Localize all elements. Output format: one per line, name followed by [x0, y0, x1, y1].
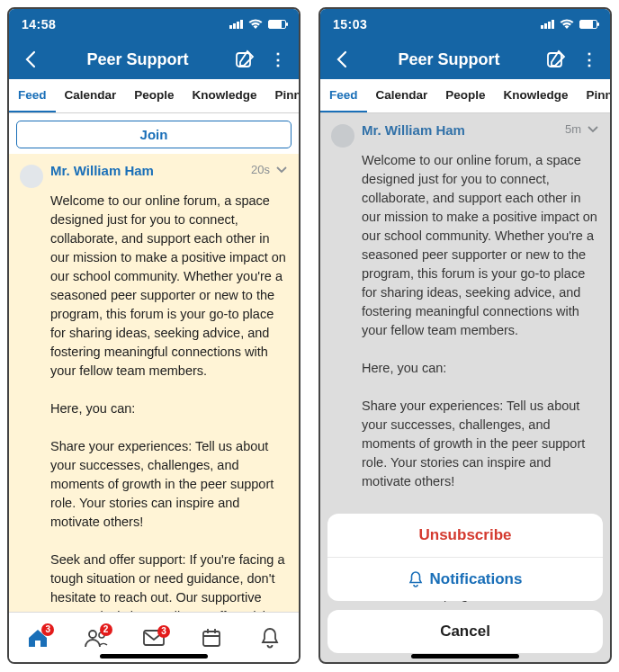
badge-mail: 3: [157, 625, 170, 638]
overflow-menu-button[interactable]: ⋮: [576, 49, 601, 69]
battery-icon: [579, 20, 597, 29]
battery-icon: [268, 20, 286, 29]
avatar[interactable]: [20, 165, 43, 188]
status-bar: 14:58: [9, 9, 299, 40]
svg-point-1: [89, 631, 96, 638]
post-body: Welcome to our online forum, a space des…: [50, 192, 288, 612]
tab-strip: Feed Calendar People Knowledge Pinned Li: [9, 79, 299, 113]
screenshot-right: 15:03 Peer Support ⋮ Feed Calendar Peopl…: [318, 7, 612, 664]
status-indicators: [541, 19, 597, 30]
nav-header: Peer Support ⋮: [9, 40, 299, 79]
post-card[interactable]: Mr. William Ham 20s Welcome to our onlin…: [9, 154, 299, 612]
tab-calendar[interactable]: Calendar: [56, 79, 126, 112]
back-button[interactable]: [18, 50, 43, 68]
badge-people: 2: [100, 623, 112, 636]
feed-content[interactable]: Mr. William Ham 20s Welcome to our onlin…: [9, 154, 299, 612]
post-age: 20s: [251, 163, 270, 176]
overflow-menu-button[interactable]: ⋮: [265, 49, 290, 69]
tab-calendar[interactable]: Calendar: [367, 79, 437, 112]
sheet-notifications-label: Notifications: [430, 570, 523, 588]
svg-rect-0: [237, 53, 250, 67]
feed-content[interactable]: Mr. William Ham 5m Welcome to our online…: [320, 113, 610, 662]
signal-icon: [541, 20, 554, 29]
wifi-icon: [560, 19, 574, 30]
compose-button[interactable]: [232, 49, 257, 69]
post-author[interactable]: Mr. William Ham: [50, 163, 154, 178]
home-indicator[interactable]: [411, 654, 519, 659]
join-button[interactable]: Join: [16, 121, 292, 148]
page-title: Peer Support: [50, 50, 225, 69]
chevron-down-icon[interactable]: [275, 166, 288, 175]
wifi-icon: [248, 19, 263, 30]
sheet-unsubscribe[interactable]: Unsubscribe: [327, 514, 603, 557]
back-button[interactable]: [329, 50, 354, 68]
status-time: 14:58: [22, 17, 56, 31]
sheet-notifications[interactable]: Notifications: [327, 557, 603, 601]
nav-header: Peer Support ⋮: [320, 40, 610, 79]
tab-feed[interactable]: Feed: [9, 79, 56, 112]
tab-mail[interactable]: 3: [136, 629, 172, 647]
tab-strip: Feed Calendar People Knowledge Pinned Li: [320, 79, 610, 113]
compose-button[interactable]: [543, 49, 569, 69]
tab-people[interactable]: People: [436, 79, 494, 112]
bell-icon: [408, 571, 423, 587]
tab-calendar[interactable]: [193, 627, 229, 649]
tab-notifications[interactable]: [252, 627, 288, 649]
status-indicators: [229, 19, 286, 30]
signal-icon: [229, 20, 243, 29]
tab-pinned[interactable]: Pinned: [266, 79, 299, 112]
tab-people[interactable]: 2: [78, 627, 114, 649]
status-time: 15:03: [333, 17, 367, 31]
badge-home: 3: [41, 623, 54, 636]
action-sheet: Unsubscribe Notifications Cancel: [327, 514, 603, 653]
tab-knowledge[interactable]: Knowledge: [495, 79, 578, 112]
tab-home[interactable]: 3: [20, 627, 56, 649]
home-indicator[interactable]: [100, 654, 208, 659]
tab-knowledge[interactable]: Knowledge: [184, 79, 266, 112]
page-title: Peer Support: [362, 50, 536, 69]
tab-people[interactable]: People: [125, 79, 183, 112]
status-bar: 15:03: [320, 9, 610, 40]
screenshot-left: 14:58 Peer Support ⋮ Feed Calendar Peopl…: [7, 7, 301, 664]
svg-rect-4: [203, 632, 220, 646]
tab-feed[interactable]: Feed: [320, 79, 367, 112]
svg-rect-8: [548, 53, 561, 67]
tab-pinned[interactable]: Pinned: [578, 79, 610, 112]
sheet-cancel[interactable]: Cancel: [327, 610, 603, 653]
